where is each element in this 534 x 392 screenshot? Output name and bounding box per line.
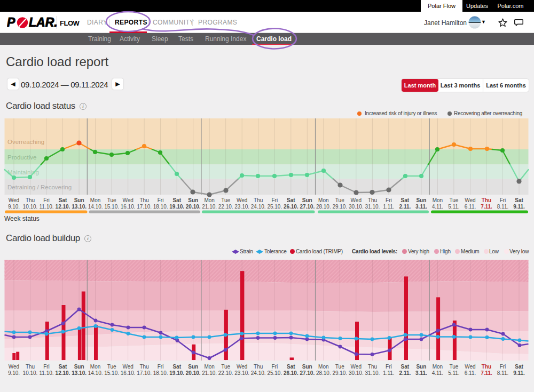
svg-text:Mon: Mon (90, 364, 100, 370)
svg-text:Sun: Sun (188, 364, 198, 370)
svg-text:13.10.: 13.10. (72, 370, 87, 376)
svg-text:27.10.: 27.10. (300, 370, 315, 376)
svg-text:Thu: Thu (26, 197, 35, 203)
svg-text:16.10.: 16.10. (121, 370, 136, 376)
svg-text:19.10.: 19.10. (169, 204, 184, 210)
svg-text:9.11.: 9.11. (513, 370, 525, 376)
svg-text:Sun: Sun (74, 197, 84, 203)
svg-text:17.10.: 17.10. (137, 204, 152, 210)
svg-text:19.10.: 19.10. (169, 370, 184, 376)
svg-text:Sat: Sat (59, 197, 67, 203)
svg-text:4.11.: 4.11. (432, 204, 444, 210)
svg-text:18.10.: 18.10. (153, 370, 168, 376)
svg-text:3.11.: 3.11. (415, 370, 427, 376)
svg-text:Sun: Sun (302, 364, 312, 370)
svg-text:Detraining / Recovering: Detraining / Recovering (7, 184, 72, 190)
svg-text:4.11.: 4.11. (432, 370, 444, 376)
svg-text:Sun: Sun (188, 197, 198, 203)
svg-text:Mon: Mon (433, 364, 443, 370)
svg-text:Tue: Tue (449, 197, 458, 203)
svg-text:12.10.: 12.10. (56, 370, 70, 376)
svg-text:3.11.: 3.11. (415, 204, 427, 210)
svg-text:Thu: Thu (254, 197, 263, 203)
svg-text:Sun: Sun (416, 364, 426, 370)
svg-text:Tue: Tue (107, 197, 116, 203)
svg-text:Thu: Thu (254, 364, 263, 370)
svg-text:5.11.: 5.11. (448, 370, 460, 376)
svg-text:Productive: Productive (7, 154, 36, 161)
svg-text:18.10.: 18.10. (153, 204, 168, 210)
svg-text:23.10.: 23.10. (234, 370, 249, 376)
svg-text:9.11.: 9.11. (513, 204, 525, 210)
svg-text:Fri: Fri (158, 364, 164, 370)
svg-text:Fri: Fri (386, 197, 392, 203)
svg-text:Sat: Sat (287, 197, 295, 203)
svg-text:Mon: Mon (318, 197, 328, 203)
svg-text:Wed: Wed (465, 197, 475, 203)
svg-text:Sat: Sat (401, 364, 410, 370)
svg-text:25.10.: 25.10. (267, 370, 282, 376)
svg-text:28.10.: 28.10. (316, 204, 331, 210)
svg-text:26.10.: 26.10. (284, 204, 299, 210)
svg-text:31.10.: 31.10. (365, 204, 380, 210)
svg-text:Thu: Thu (139, 197, 148, 203)
svg-text:14.10.: 14.10. (88, 204, 103, 210)
svg-text:Tue: Tue (221, 364, 230, 370)
svg-text:8.11.: 8.11. (497, 204, 509, 210)
svg-text:Wed: Wed (237, 197, 247, 203)
svg-text:27.10.: 27.10. (300, 204, 315, 210)
svg-text:Fri: Fri (158, 197, 164, 203)
svg-text:Mon: Mon (433, 197, 443, 203)
svg-text:21.10.: 21.10. (202, 370, 217, 376)
svg-text:Sun: Sun (416, 197, 426, 203)
svg-text:Fri: Fri (500, 197, 506, 203)
svg-text:Wed: Wed (465, 364, 475, 370)
svg-text:Mon: Mon (90, 197, 100, 203)
svg-text:Wed: Wed (351, 364, 362, 370)
svg-text:Thu: Thu (482, 364, 491, 370)
svg-text:25.10.: 25.10. (267, 204, 282, 210)
svg-text:Thu: Thu (482, 197, 491, 203)
svg-text:Tue: Tue (221, 197, 230, 203)
svg-text:24.10.: 24.10. (251, 370, 266, 376)
svg-text:14.10.: 14.10. (88, 370, 103, 376)
svg-text:26.10.: 26.10. (284, 370, 299, 376)
svg-text:Sat: Sat (59, 364, 67, 370)
svg-text:Sat: Sat (515, 364, 523, 370)
svg-text:30.10.: 30.10. (349, 370, 364, 376)
svg-text:Sat: Sat (515, 197, 523, 203)
svg-text:7.11.: 7.11. (481, 370, 492, 376)
svg-text:12.10.: 12.10. (56, 204, 70, 210)
svg-text:Fri: Fri (500, 364, 506, 370)
svg-text:31.10.: 31.10. (365, 370, 380, 376)
svg-text:Fri: Fri (43, 197, 50, 203)
svg-text:5.11.: 5.11. (448, 204, 460, 210)
svg-text:Wed: Wed (237, 364, 247, 370)
svg-text:Fri: Fri (271, 364, 278, 370)
svg-text:Sat: Sat (401, 197, 410, 203)
svg-text:Tue: Tue (107, 364, 116, 370)
svg-text:10.10.: 10.10. (23, 370, 38, 376)
svg-text:2.11.: 2.11. (399, 204, 411, 210)
svg-text:1.11.: 1.11. (383, 204, 395, 210)
svg-text:6.11.: 6.11. (465, 370, 476, 376)
svg-text:29.10.: 29.10. (332, 370, 347, 376)
svg-text:28.10.: 28.10. (316, 370, 331, 376)
svg-text:Wed: Wed (351, 197, 362, 203)
svg-text:15.10.: 15.10. (104, 370, 119, 376)
svg-text:Thu: Thu (368, 364, 377, 370)
svg-text:13.10.: 13.10. (72, 204, 87, 210)
svg-text:21.10.: 21.10. (202, 204, 217, 210)
svg-text:Wed: Wed (9, 197, 19, 203)
svg-text:Fri: Fri (386, 364, 392, 370)
svg-text:Thu: Thu (139, 364, 148, 370)
svg-text:Thu: Thu (368, 197, 377, 203)
svg-text:Sat: Sat (172, 197, 181, 203)
svg-text:Sun: Sun (302, 197, 312, 203)
svg-text:Tue: Tue (335, 197, 344, 203)
svg-text:15.10.: 15.10. (104, 204, 119, 210)
svg-text:11.10.: 11.10. (39, 204, 53, 210)
svg-text:17.10.: 17.10. (137, 370, 152, 376)
svg-text:22.10.: 22.10. (218, 204, 233, 210)
svg-text:11.10.: 11.10. (39, 370, 53, 376)
